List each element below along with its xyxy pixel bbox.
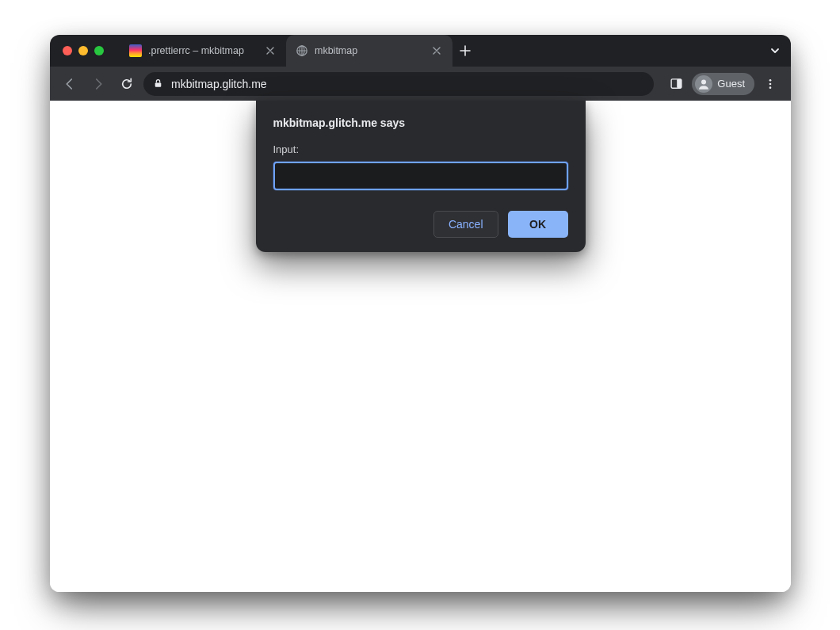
minimize-window-button[interactable] <box>78 46 88 55</box>
svg-point-5 <box>701 79 706 84</box>
lock-icon <box>153 78 163 89</box>
reload-button[interactable] <box>115 72 139 96</box>
toolbar: mkbitmap.glitch.me Guest <box>50 67 791 101</box>
browser-window: .prettierrc – mkbitmap mkbitmap <box>50 35 791 592</box>
cancel-button[interactable]: Cancel <box>433 211 498 238</box>
svg-point-7 <box>769 82 772 85</box>
tab-label: .prettierrc – mkbitmap <box>148 45 258 56</box>
javascript-prompt-dialog: mkbitmap.glitch.me says Input: Cancel OK <box>256 101 586 252</box>
url-text: mkbitmap.glitch.me <box>171 78 267 90</box>
toolbar-right: Guest <box>659 71 783 97</box>
address-bar[interactable]: mkbitmap.glitch.me <box>143 72 654 96</box>
glitch-icon <box>129 44 142 57</box>
close-tab-icon[interactable] <box>264 44 277 57</box>
profile-chip[interactable]: Guest <box>692 73 754 95</box>
ok-button[interactable]: OK <box>508 211 568 238</box>
tab-mkbitmap[interactable]: mkbitmap <box>286 35 452 67</box>
globe-icon <box>296 44 308 57</box>
titlebar: .prettierrc – mkbitmap mkbitmap <box>50 35 791 67</box>
dialog-label: Input: <box>273 143 568 155</box>
maximize-window-button[interactable] <box>94 46 104 55</box>
new-tab-button[interactable] <box>452 35 478 67</box>
close-window-button[interactable] <box>63 46 72 55</box>
close-tab-icon[interactable] <box>430 44 443 57</box>
svg-rect-4 <box>677 79 682 88</box>
avatar-icon <box>695 75 712 93</box>
profile-label: Guest <box>717 78 745 90</box>
svg-rect-2 <box>155 82 162 86</box>
prompt-input[interactable] <box>273 162 568 190</box>
dialog-actions: Cancel OK <box>273 211 568 238</box>
chevron-down-icon[interactable] <box>759 45 791 56</box>
side-panel-icon[interactable] <box>663 71 689 97</box>
svg-point-6 <box>769 79 772 82</box>
forward-button[interactable] <box>86 72 110 96</box>
tab-strip: .prettierrc – mkbitmap mkbitmap <box>120 35 759 67</box>
window-controls <box>50 46 120 55</box>
tab-prettierrc[interactable]: .prettierrc – mkbitmap <box>120 35 286 67</box>
tab-label: mkbitmap <box>315 45 424 56</box>
svg-point-8 <box>769 86 772 89</box>
back-button[interactable] <box>58 72 82 96</box>
menu-icon[interactable] <box>758 71 783 97</box>
dialog-title: mkbitmap.glitch.me says <box>273 116 568 129</box>
